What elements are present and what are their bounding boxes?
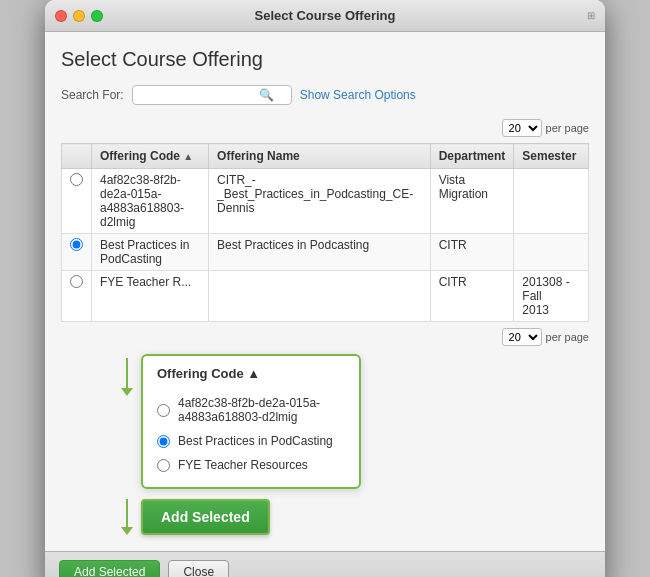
row-department: CITR [430, 234, 514, 271]
search-row: Search For: 🔍 Show Search Options [61, 85, 589, 105]
row-department: VistaMigration [430, 169, 514, 234]
row-offering-code: FYE Teacher R... [92, 271, 209, 322]
popup-item-label-3: FYE Teacher Resources [178, 458, 308, 472]
add-selected-footer-button[interactable]: Add Selected [59, 560, 160, 577]
col-header-semester: Semester [514, 144, 589, 169]
row-semester [514, 169, 589, 234]
window-content: Select Course Offering Search For: 🔍 Sho… [45, 32, 605, 551]
row-radio-2[interactable] [70, 238, 83, 251]
row-radio-cell [62, 234, 92, 271]
row-radio-cell [62, 271, 92, 322]
popup-radio-2[interactable] [157, 435, 170, 448]
arrow-line-btn [126, 499, 128, 527]
resize-icon[interactable]: ⊞ [587, 10, 595, 21]
row-offering-code: 4af82c38-8f2b-de2a-015a-a4883a618803-d2l… [92, 169, 209, 234]
search-input-wrap: 🔍 [132, 85, 292, 105]
row-radio-3[interactable] [70, 275, 83, 288]
row-semester [514, 234, 589, 271]
arrow-head-down [121, 388, 133, 396]
titlebar: Select Course Offering ⊞ [45, 0, 605, 32]
page-title: Select Course Offering [61, 48, 589, 71]
search-icon-button[interactable]: 🔍 [259, 88, 274, 102]
per-page-label-top: per page [546, 122, 589, 134]
col-header-offering-code[interactable]: Offering Code ▲ [92, 144, 209, 169]
table-row: FYE Teacher R... CITR 201308 - Fall2013 [62, 271, 589, 322]
col-header-radio [62, 144, 92, 169]
per-page-top: 20 50 100 per page [61, 119, 589, 137]
arrow-indicator-popup [121, 354, 133, 396]
search-input[interactable] [139, 88, 259, 102]
row-department: CITR [430, 271, 514, 322]
row-offering-name: CITR_-_Best_Practices_in_Podcasting_CE-D… [209, 169, 431, 234]
row-offering-code: Best Practices in PodCasting [92, 234, 209, 271]
popup-item-label-2: Best Practices in PodCasting [178, 434, 333, 448]
main-window: Select Course Offering ⊞ Select Course O… [45, 0, 605, 577]
popup-radio-1[interactable] [157, 404, 170, 417]
maximize-window-button[interactable] [91, 10, 103, 22]
window-controls [55, 10, 103, 22]
sort-arrow-code: ▲ [183, 151, 193, 162]
per-page-bottom: 20 50 100 per page [61, 328, 589, 346]
close-window-button[interactable] [55, 10, 67, 22]
row-semester: 201308 - Fall2013 [514, 271, 589, 322]
show-search-options-link[interactable]: Show Search Options [300, 88, 416, 102]
footer-bar: Add Selected Close [45, 551, 605, 577]
row-radio-cell [62, 169, 92, 234]
search-label: Search For: [61, 88, 124, 102]
per-page-label-bottom: per page [546, 331, 589, 343]
minimize-window-button[interactable] [73, 10, 85, 22]
row-offering-name [209, 271, 431, 322]
popup-radio-3[interactable] [157, 459, 170, 472]
col-header-offering-name: Offering Name [209, 144, 431, 169]
popup-item-3: FYE Teacher Resources [157, 453, 345, 477]
table-row: 4af82c38-8f2b-de2a-015a-a4883a618803-d2l… [62, 169, 589, 234]
offerings-table: Offering Code ▲ Offering Name Department… [61, 143, 589, 322]
window-title: Select Course Offering [255, 8, 396, 23]
arrow-indicator-btn [121, 499, 133, 535]
add-selected-popup-button[interactable]: Add Selected [141, 499, 270, 535]
popup-item-1: 4af82c38-8f2b-de2a-015a-a4883a618803-d2l… [157, 391, 345, 429]
popup-header: Offering Code ▲ [157, 366, 345, 381]
table-header-row: Offering Code ▲ Offering Name Department… [62, 144, 589, 169]
row-offering-name: Best Practices in Podcasting [209, 234, 431, 271]
per-page-select-top[interactable]: 20 50 100 [502, 119, 542, 137]
arrow-head-btn [121, 527, 133, 535]
arrow-line [126, 358, 128, 388]
col-header-department: Department [430, 144, 514, 169]
popup-item-label-1: 4af82c38-8f2b-de2a-015a-a4883a618803-d2l… [178, 396, 320, 424]
popup-box: Offering Code ▲ 4af82c38-8f2b-de2a-015a-… [141, 354, 361, 489]
table-row: Best Practices in PodCasting Best Practi… [62, 234, 589, 271]
popup-header-text: Offering Code ▲ [157, 366, 260, 381]
close-footer-button[interactable]: Close [168, 560, 229, 577]
per-page-select-bottom[interactable]: 20 50 100 [502, 328, 542, 346]
row-radio-1[interactable] [70, 173, 83, 186]
popup-item-2: Best Practices in PodCasting [157, 429, 345, 453]
